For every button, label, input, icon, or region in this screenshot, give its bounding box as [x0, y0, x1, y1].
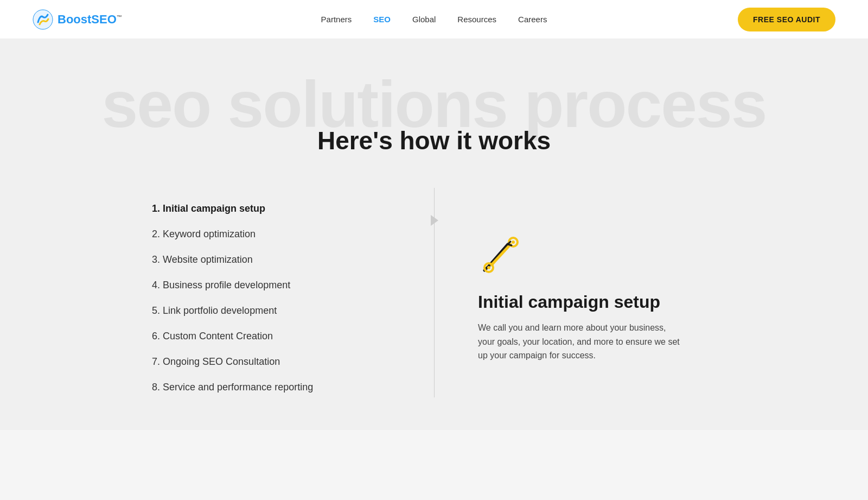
nav-item-global[interactable]: Global — [412, 15, 436, 24]
free-seo-audit-button[interactable]: FREE SEO AUDIT — [738, 8, 835, 31]
nav-right: FREE SEO AUDIT — [738, 8, 835, 31]
item-label: Keyword optimization — [163, 229, 256, 239]
list-item[interactable]: 5. Link portfolio development — [152, 301, 401, 321]
hero-title: Here's how it works — [0, 126, 868, 177]
svg-point-7 — [487, 266, 490, 269]
svg-line-3 — [492, 244, 510, 265]
main-content: 1. Initial campaign setup 2. Keyword opt… — [0, 177, 868, 430]
item-label: Custom Content Creation — [163, 331, 273, 341]
nav-item-careers[interactable]: Careers — [518, 15, 547, 24]
logo-text: BoostSEO™ — [58, 12, 122, 27]
detail-title: Initial campaign setup — [478, 292, 716, 312]
svg-line-1 — [489, 244, 508, 266]
detail-description: We call you and learn more about your bu… — [478, 321, 684, 363]
item-label: Business profile development — [163, 280, 290, 290]
list-item[interactable]: 2. Keyword optimization — [152, 224, 401, 244]
tools-icon — [478, 233, 521, 277]
divider — [434, 188, 435, 397]
svg-point-6 — [512, 240, 515, 244]
item-number: 3. — [152, 254, 160, 265]
svg-line-9 — [508, 244, 512, 245]
item-number: 5. — [152, 305, 160, 316]
item-label: Initial campaign setup — [163, 203, 265, 214]
divider-arrow — [431, 215, 438, 226]
left-panel: 1. Initial campaign setup 2. Keyword opt… — [152, 188, 434, 397]
nav-item-partners[interactable]: Partners — [321, 15, 352, 24]
list-item[interactable]: 7. Ongoing SEO Consultation — [152, 352, 401, 372]
svg-point-0 — [33, 10, 53, 29]
item-number: 7. — [152, 356, 160, 367]
logo-icon — [33, 9, 53, 30]
item-label: Ongoing SEO Consultation — [163, 356, 280, 367]
hero-section: seo solutions process Here's how it work… — [0, 39, 868, 177]
process-container: 1. Initial campaign setup 2. Keyword opt… — [108, 188, 760, 397]
item-number: 2. — [152, 229, 160, 239]
item-number: 4. — [152, 280, 160, 290]
item-label: Link portfolio development — [163, 305, 277, 316]
detail-icon-wrapper — [478, 233, 716, 279]
list-item[interactable]: 8. Service and performance reporting — [152, 377, 401, 397]
nav-item-seo[interactable]: SEO — [373, 15, 391, 24]
navbar: BoostSEO™ Partners SEO Global Resources … — [0, 0, 868, 39]
nav-item-resources[interactable]: Resources — [457, 15, 496, 24]
process-list: 1. Initial campaign setup 2. Keyword opt… — [152, 199, 401, 397]
item-number: 6. — [152, 331, 160, 341]
item-label: Service and performance reporting — [163, 382, 313, 393]
list-item[interactable]: 1. Initial campaign setup — [152, 199, 401, 219]
list-item[interactable]: 4. Business profile development — [152, 275, 401, 295]
item-number: 8. — [152, 382, 160, 393]
item-label: Website optimization — [163, 254, 253, 265]
item-number: 1. — [152, 203, 160, 214]
list-item[interactable]: 6. Custom Content Creation — [152, 326, 401, 346]
nav-links: Partners SEO Global Resources Careers — [321, 15, 547, 24]
list-item[interactable]: 3. Website optimization — [152, 250, 401, 270]
right-panel: Initial campaign setup We call you and l… — [435, 188, 716, 397]
logo[interactable]: BoostSEO™ — [33, 9, 122, 30]
